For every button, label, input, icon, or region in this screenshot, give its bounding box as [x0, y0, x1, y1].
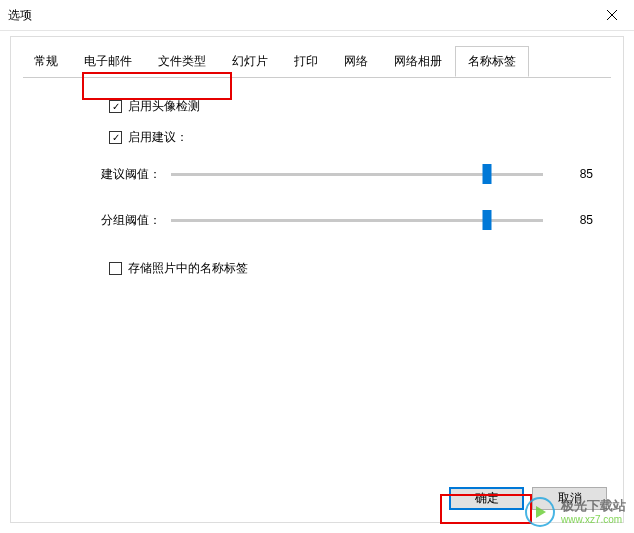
close-icon — [607, 10, 617, 20]
suggestion-threshold-slider[interactable] — [171, 164, 543, 184]
group-threshold-row: 分组阈值： 85 — [101, 210, 593, 230]
close-button[interactable] — [589, 0, 634, 30]
group-threshold-slider[interactable] — [171, 210, 543, 230]
enable-face-detection-row: ✓ 启用头像检测 — [109, 98, 593, 115]
tab-print[interactable]: 打印 — [281, 46, 331, 77]
tab-content: ✓ 启用头像检测 ✓ 启用建议： 建议阈值： 85 分组阈值： 85 存储 — [11, 78, 623, 277]
slider-thumb[interactable] — [483, 164, 492, 184]
titlebar: 选项 — [0, 0, 634, 30]
enable-face-detection-label: 启用头像检测 — [128, 98, 200, 115]
group-threshold-label: 分组阈值： — [101, 212, 171, 229]
dialog-footer: 确定 取消 — [449, 487, 607, 510]
enable-suggestions-row: ✓ 启用建议： — [109, 129, 593, 146]
tab-slideshow[interactable]: 幻灯片 — [219, 46, 281, 77]
store-name-tags-checkbox[interactable] — [109, 262, 122, 275]
store-name-tags-row: 存储照片中的名称标签 — [109, 260, 593, 277]
tab-bar: 常规 电子邮件 文件类型 幻灯片 打印 网络 网络相册 名称标签 — [11, 37, 623, 77]
tab-email[interactable]: 电子邮件 — [71, 46, 145, 77]
tab-file-types[interactable]: 文件类型 — [145, 46, 219, 77]
tab-name-tags[interactable]: 名称标签 — [455, 46, 529, 77]
cancel-button[interactable]: 取消 — [532, 487, 607, 510]
tab-network[interactable]: 网络 — [331, 46, 381, 77]
tab-web-album[interactable]: 网络相册 — [381, 46, 455, 77]
enable-suggestions-label: 启用建议： — [128, 129, 188, 146]
store-name-tags-label: 存储照片中的名称标签 — [128, 260, 248, 277]
window-title: 选项 — [8, 7, 32, 24]
ok-button[interactable]: 确定 — [449, 487, 524, 510]
enable-face-detection-checkbox[interactable]: ✓ — [109, 100, 122, 113]
enable-suggestions-checkbox[interactable]: ✓ — [109, 131, 122, 144]
suggestion-threshold-label: 建议阈值： — [101, 166, 171, 183]
tab-general[interactable]: 常规 — [21, 46, 71, 77]
group-threshold-value: 85 — [543, 213, 593, 227]
dialog-panel: 常规 电子邮件 文件类型 幻灯片 打印 网络 网络相册 名称标签 ✓ 启用头像检… — [10, 36, 624, 523]
suggestion-threshold-value: 85 — [543, 167, 593, 181]
slider-thumb[interactable] — [483, 210, 492, 230]
suggestion-threshold-row: 建议阈值： 85 — [101, 164, 593, 184]
